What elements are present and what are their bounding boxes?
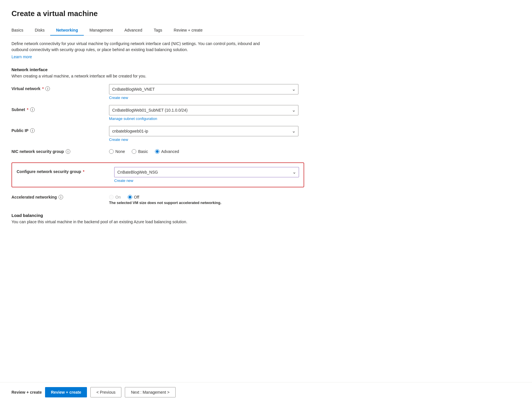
subnet-row: Subnet * i CnBateBlogWeb01_SubNET (10.1.…	[11, 105, 304, 121]
accelerated-off-radio[interactable]	[128, 195, 132, 199]
network-interface-subtext: When creating a virtual machine, a netwo…	[11, 74, 304, 78]
accelerated-on-option[interactable]: On	[109, 195, 121, 199]
configure-nsg-required: *	[83, 169, 84, 174]
tab-advanced[interactable]: Advanced	[119, 25, 148, 35]
public-ip-info-icon[interactable]: i	[30, 128, 35, 133]
tab-disks[interactable]: Disks	[29, 25, 50, 35]
virtual-network-control: CnBateBlogWeb_VNET Create new	[109, 84, 298, 100]
network-interface-heading: Network interface	[11, 67, 304, 72]
nic-security-group-control: None Basic Advanced	[109, 147, 298, 154]
page-title: Create a virtual machine	[11, 9, 304, 18]
load-balancing-heading: Load balancing	[11, 213, 304, 218]
nic-security-advanced-option[interactable]: Advanced	[155, 149, 179, 154]
accelerated-networking-row: Accelerated networking i On Off The sele…	[11, 193, 304, 205]
nic-security-none-option[interactable]: None	[109, 149, 125, 154]
configure-nsg-create-new[interactable]: Create new	[114, 178, 133, 183]
tab-management[interactable]: Management	[84, 25, 119, 35]
accelerated-off-option[interactable]: Off	[128, 195, 139, 199]
public-ip-label: Public IP i	[11, 126, 109, 133]
nic-security-basic-radio[interactable]	[132, 149, 136, 154]
nic-security-advanced-label: Advanced	[161, 149, 179, 154]
tab-basics[interactable]: Basics	[11, 25, 29, 35]
nic-security-basic-option[interactable]: Basic	[132, 149, 148, 154]
subnet-select[interactable]: CnBateBlogWeb01_SubNET (10.1.0.0/24)	[109, 105, 298, 115]
tab-tags[interactable]: Tags	[148, 25, 168, 35]
tab-review-create[interactable]: Review + create	[168, 25, 208, 35]
nic-security-group-row: NIC network security group i None Basic …	[11, 147, 304, 157]
tab-networking[interactable]: Networking	[50, 25, 84, 35]
accelerated-on-label: On	[115, 195, 121, 199]
accelerated-networking-radio-group: On Off	[109, 193, 298, 199]
nic-security-group-info-icon[interactable]: i	[66, 149, 70, 154]
subnet-dropdown-wrapper: CnBateBlogWeb01_SubNET (10.1.0.0/24)	[109, 105, 298, 115]
configure-nsg-label: Configure network security group *	[17, 167, 114, 174]
virtual-network-label: Virtual network * i	[11, 84, 109, 91]
virtual-network-info-icon[interactable]: i	[45, 86, 50, 91]
subnet-manage-link[interactable]: Manage subnet configuration	[109, 116, 157, 121]
learn-more-link[interactable]: Learn more	[11, 55, 32, 59]
accelerated-on-radio[interactable]	[109, 195, 114, 199]
load-balancing-subtext: You can place this virtual machine in th…	[11, 220, 304, 224]
accelerated-networking-control: On Off The selected VM size does not sup…	[109, 193, 298, 205]
configure-nsg-control: CnBateBlogWeb_NSG Create new	[114, 167, 299, 183]
public-ip-row: Public IP i cnbateblogweb01-ip Create ne…	[11, 126, 304, 142]
subnet-info-icon[interactable]: i	[30, 107, 35, 112]
accelerated-networking-note: The selected VM size does not support ac…	[109, 201, 298, 205]
accelerated-off-label: Off	[134, 195, 139, 199]
nic-security-none-label: None	[115, 149, 125, 154]
virtual-network-row: Virtual network * i CnBateBlogWeb_VNET C…	[11, 84, 304, 100]
subnet-required: *	[27, 107, 28, 112]
configure-nsg-select[interactable]: CnBateBlogWeb_NSG	[114, 167, 299, 177]
nic-security-advanced-radio[interactable]	[155, 149, 160, 154]
accelerated-networking-label: Accelerated networking i	[11, 193, 109, 199]
configure-nsg-highlighted-row: Configure network security group * CnBat…	[11, 162, 304, 187]
public-ip-control: cnbateblogweb01-ip Create new	[109, 126, 298, 142]
public-ip-select[interactable]: cnbateblogweb01-ip	[109, 126, 298, 136]
configure-nsg-dropdown-wrapper: CnBateBlogWeb_NSG	[114, 167, 299, 177]
description-text: Define network connectivity for your vir…	[11, 41, 270, 53]
nic-security-group-label: NIC network security group i	[11, 147, 109, 154]
nic-security-none-radio[interactable]	[109, 149, 114, 154]
accelerated-networking-info-icon[interactable]: i	[59, 195, 63, 199]
virtual-network-select[interactable]: CnBateBlogWeb_VNET	[109, 84, 298, 94]
virtual-network-dropdown-wrapper: CnBateBlogWeb_VNET	[109, 84, 298, 94]
virtual-network-required: *	[42, 86, 44, 91]
subnet-label: Subnet * i	[11, 105, 109, 112]
tabs-bar: Basics Disks Networking Management Advan…	[11, 25, 304, 36]
public-ip-create-new[interactable]: Create new	[109, 137, 128, 142]
nic-security-basic-label: Basic	[138, 149, 148, 154]
nic-security-group-radio-group: None Basic Advanced	[109, 147, 298, 154]
public-ip-dropdown-wrapper: cnbateblogweb01-ip	[109, 126, 298, 136]
subnet-control: CnBateBlogWeb01_SubNET (10.1.0.0/24) Man…	[109, 105, 298, 121]
virtual-network-create-new[interactable]: Create new	[109, 96, 128, 100]
configure-nsg-row: Configure network security group * CnBat…	[17, 167, 299, 183]
